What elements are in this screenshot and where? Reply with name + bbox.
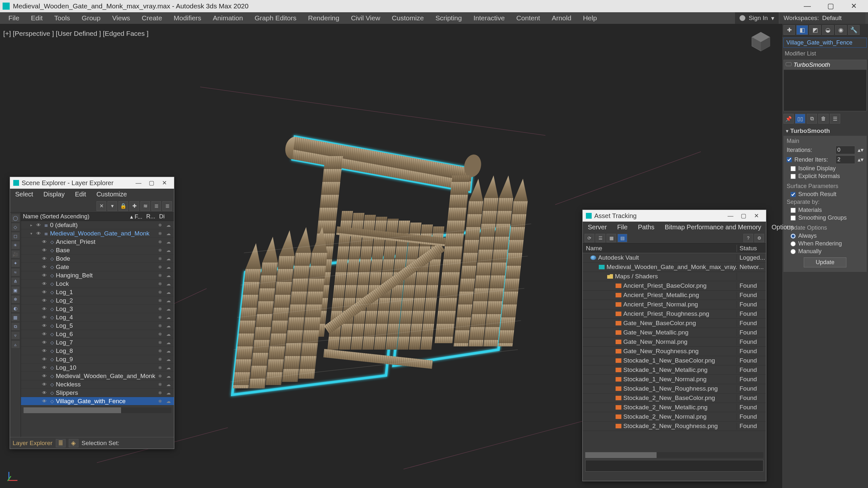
tree-row[interactable]: 👁◇Village_Gate_with_Fence❄☁ bbox=[21, 397, 174, 405]
visibility-icon[interactable]: 👁 bbox=[40, 365, 48, 370]
tab-hierarchy[interactable]: ◩ bbox=[809, 25, 821, 35]
asset-tracking-list[interactable]: Name Status Autodesk VaultLogged...Medie… bbox=[583, 243, 766, 481]
close-button[interactable]: ✕ bbox=[158, 179, 171, 187]
freeze-icon[interactable]: ❄ bbox=[156, 281, 164, 286]
menu-item-animation[interactable]: Animation bbox=[207, 12, 249, 24]
filter-light-icon[interactable]: ☀ bbox=[11, 241, 20, 249]
render-icon[interactable]: ☁ bbox=[164, 281, 173, 286]
asset-row[interactable]: Stockade_1_New_BaseColor.pngFound bbox=[583, 356, 766, 365]
settings-button[interactable]: ⚙ bbox=[754, 234, 764, 242]
table-view-button[interactable]: ▦ bbox=[607, 234, 616, 242]
tree-row[interactable]: 👁◇Log_7❄☁ bbox=[21, 338, 174, 347]
filter-helper-icon[interactable]: ✦ bbox=[11, 259, 20, 267]
visibility-icon[interactable]: 👁 bbox=[40, 298, 48, 303]
se-menu-display[interactable]: Display bbox=[38, 191, 70, 198]
visibility-icon[interactable]: 👁 bbox=[40, 264, 48, 270]
filter-button[interactable]: ▾ bbox=[107, 201, 117, 211]
visibility-icon[interactable]: 👁 bbox=[35, 222, 42, 228]
tab-display[interactable]: ◉ bbox=[835, 25, 847, 35]
visibility-icon[interactable]: 👁 bbox=[40, 373, 48, 379]
tree-row[interactable]: 👁◇Log_3❄☁ bbox=[21, 305, 174, 313]
asset-row[interactable]: Medieval_Wooden_Gate_and_Monk_max_vray.m… bbox=[583, 263, 766, 272]
menu-item-edit[interactable]: Edit bbox=[25, 12, 49, 24]
asset-row[interactable]: Autodesk VaultLogged... bbox=[583, 253, 766, 263]
new-layer-button[interactable]: ✚ bbox=[129, 201, 139, 211]
tree-row[interactable]: 👁◇Log_9❄☁ bbox=[21, 355, 174, 363]
workspaces-selector[interactable]: Workspaces: Default bbox=[779, 12, 865, 24]
asset-row[interactable]: Stockade_2_New_BaseColor.pngFound bbox=[583, 393, 766, 403]
scene-explorer-titlebar[interactable]: Scene Explorer - Layer Explorer — ▢ ✕ bbox=[10, 177, 174, 189]
tree-row[interactable]: 👁◇Log_6❄☁ bbox=[21, 330, 174, 338]
menu-item-arnold[interactable]: Arnold bbox=[546, 12, 577, 24]
tree-row[interactable]: 👁◇Lock❄☁ bbox=[21, 280, 174, 288]
se-menu-customize[interactable]: Customize bbox=[91, 191, 132, 198]
asset-row[interactable]: Gate_New_Normal.pngFound bbox=[583, 337, 766, 347]
filter-bone-icon[interactable]: ⋔ bbox=[11, 277, 20, 286]
visibility-icon[interactable]: 👁 bbox=[40, 331, 48, 337]
header-display[interactable]: Di bbox=[159, 213, 172, 220]
tree-row[interactable]: 👁◇Log_4❄☁ bbox=[21, 313, 174, 322]
modifier-stack[interactable]: TurboSmooth bbox=[783, 60, 867, 111]
filter-xref-icon[interactable]: ⧉ bbox=[11, 322, 20, 331]
tab-utilities[interactable]: 🔧 bbox=[848, 25, 860, 35]
render-icon[interactable]: ☁ bbox=[164, 332, 173, 337]
render-icon[interactable]: ☁ bbox=[164, 340, 173, 345]
scene-explorer-window[interactable]: Scene Explorer - Layer Explorer — ▢ ✕ Se… bbox=[10, 177, 174, 449]
render-icon[interactable]: ☁ bbox=[164, 298, 173, 303]
visibility-icon[interactable]: 👁 bbox=[40, 348, 48, 354]
layer-tool-b-button[interactable]: ≣ bbox=[162, 201, 172, 211]
asset-tracking-titlebar[interactable]: Asset Tracking — ▢ ✕ bbox=[583, 210, 766, 222]
render-iters-checkbox[interactable] bbox=[787, 157, 792, 162]
render-icon[interactable]: ☁ bbox=[164, 273, 173, 278]
at-menu-options[interactable]: Options bbox=[766, 224, 799, 231]
visibility-icon[interactable]: 👁 bbox=[40, 289, 48, 295]
tree-row[interactable]: 👁◇Gate❄☁ bbox=[21, 263, 174, 271]
render-icon[interactable]: ☁ bbox=[164, 373, 173, 379]
viewcube[interactable] bbox=[749, 30, 772, 53]
maximize-button[interactable]: ▢ bbox=[737, 212, 750, 219]
tree-row[interactable]: 👁◇Log_1❄☁ bbox=[21, 288, 174, 296]
horizontal-scrollbar[interactable] bbox=[585, 452, 764, 458]
freeze-icon[interactable]: ❄ bbox=[156, 373, 164, 379]
tree-row[interactable]: 👁◇Bode❄☁ bbox=[21, 255, 174, 263]
visibility-icon[interactable]: 👁 bbox=[40, 281, 48, 286]
render-icon[interactable]: ☁ bbox=[164, 390, 173, 395]
smooth-result-checkbox[interactable] bbox=[790, 192, 796, 197]
at-menu-paths[interactable]: Paths bbox=[633, 224, 659, 231]
render-icon[interactable]: ☁ bbox=[164, 239, 173, 245]
visibility-icon[interactable]: 👁 bbox=[40, 382, 48, 387]
freeze-icon[interactable]: ❄ bbox=[156, 264, 164, 270]
asset-row[interactable]: Stockade_2_New_Normal.pngFound bbox=[583, 412, 766, 422]
maximize-button[interactable]: ▢ bbox=[819, 0, 842, 12]
spinner-icon[interactable]: ▴▾ bbox=[858, 147, 864, 154]
render-icon[interactable]: ☁ bbox=[164, 399, 173, 404]
visibility-icon[interactable]: 👁 bbox=[40, 315, 48, 320]
filter-spacewarp-icon[interactable]: ≈ bbox=[11, 268, 20, 276]
menu-item-graph-editors[interactable]: Graph Editors bbox=[249, 12, 303, 24]
at-menu-bitmap-performance-and-memory[interactable]: Bitmap Performance and Memory bbox=[659, 224, 766, 231]
menu-item-interactive[interactable]: Interactive bbox=[468, 12, 511, 24]
update-always-radio[interactable] bbox=[790, 233, 796, 239]
asset-row[interactable]: Gate_New_Roughness.pngFound bbox=[583, 347, 766, 356]
header-name[interactable]: Name bbox=[583, 245, 737, 252]
asset-row[interactable]: Ancient_Priest_Metallic.pngFound bbox=[583, 291, 766, 300]
render-icon[interactable]: ☁ bbox=[164, 315, 173, 320]
freeze-icon[interactable]: ❄ bbox=[156, 306, 164, 312]
asset-row[interactable]: Stockade_1_New_Metallic.pngFound bbox=[583, 365, 766, 375]
tree-view-button[interactable]: ☰ bbox=[595, 234, 605, 242]
filter-group-icon[interactable]: ▦ bbox=[11, 313, 20, 322]
minimize-button[interactable]: — bbox=[724, 213, 737, 219]
menu-item-group[interactable]: Group bbox=[76, 12, 106, 24]
minimize-button[interactable]: — bbox=[132, 180, 145, 187]
expand-toggle[interactable]: ▾ bbox=[28, 231, 35, 236]
tree-row[interactable]: 👁◇Base❄☁ bbox=[21, 246, 174, 255]
menu-item-rendering[interactable]: Rendering bbox=[302, 12, 345, 24]
tree-row[interactable]: 👁◇Log_10❄☁ bbox=[21, 363, 174, 372]
tree-header[interactable]: Name (Sorted Ascending) ▴ F... R... Di bbox=[21, 213, 174, 221]
filter-geometry-icon[interactable]: ◇ bbox=[11, 223, 20, 231]
expand-toggle[interactable]: ▸ bbox=[28, 223, 35, 227]
freeze-icon[interactable]: ❄ bbox=[156, 348, 164, 354]
tree-row[interactable]: 👁◇Neckless❄☁ bbox=[21, 380, 174, 389]
filter-misc-icon[interactable]: ▿ bbox=[11, 331, 20, 339]
filter-shape-icon[interactable]: ◻ bbox=[11, 232, 20, 240]
